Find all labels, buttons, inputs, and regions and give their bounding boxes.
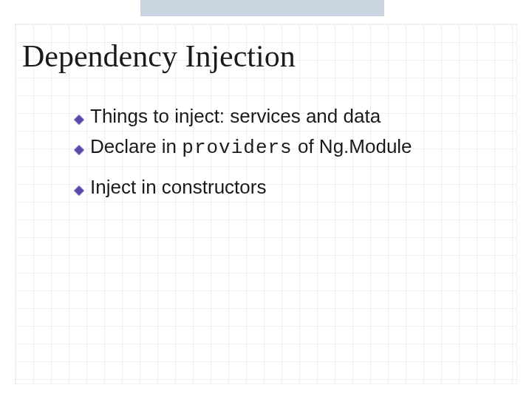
svg-rect-2 [74, 185, 84, 196]
bullet-item: Inject in constructors [74, 174, 502, 202]
diamond-bullet-icon [74, 136, 84, 146]
bullet-text: Inject in constructors [90, 174, 266, 202]
bullet-text: Declare in providers of Ng.Module [90, 134, 412, 161]
svg-rect-0 [74, 115, 84, 125]
diamond-bullet-icon [74, 177, 84, 187]
bullet-text: Things to inject: services and data [90, 103, 381, 131]
bullet-item: Declare in providers of Ng.Module [74, 134, 502, 161]
bullet-list: Things to inject: services and data Decl… [74, 103, 502, 205]
bullet-item: Things to inject: services and data [74, 103, 502, 131]
diamond-bullet-icon [74, 106, 84, 116]
svg-rect-1 [74, 145, 84, 155]
slide-title: Dependency Injection [22, 38, 296, 74]
top-accent-bar [140, 0, 384, 16]
